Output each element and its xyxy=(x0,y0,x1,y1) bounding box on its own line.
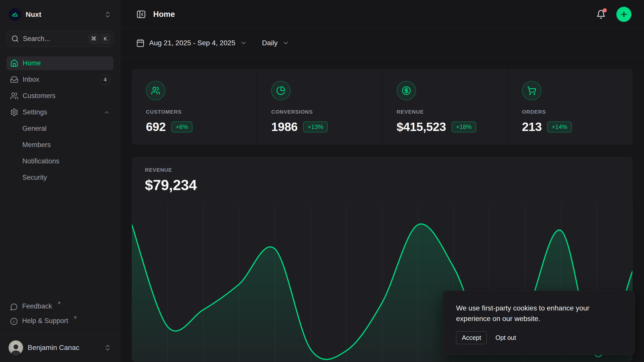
stat-label: CONVERSIONS xyxy=(271,109,368,115)
sidebar: Nuxt Search... ⌘ K Home xyxy=(0,0,120,362)
shopping-cart-icon xyxy=(522,81,541,100)
kbd-k: K xyxy=(101,34,110,43)
nuxt-logo xyxy=(9,8,21,21)
circle-dollar-icon xyxy=(397,81,416,100)
feedback-link[interactable]: Feedback xyxy=(7,300,113,315)
stat-label: CUSTOMERS xyxy=(146,109,243,115)
sidebar-item-inbox[interactable]: Inbox 4 xyxy=(7,73,113,86)
sidebar-spacer xyxy=(7,185,113,300)
header-actions xyxy=(596,7,631,22)
inbox-count-badge: 4 xyxy=(100,75,110,84)
page-title: Home xyxy=(153,10,175,19)
users-icon xyxy=(146,81,165,100)
revenue-chart-total: $79,234 xyxy=(145,176,620,193)
chevron-down-icon xyxy=(240,39,247,47)
add-button[interactable] xyxy=(616,7,631,22)
date-range-value: Aug 21, 2025 - Sep 4, 2025 xyxy=(149,39,235,47)
user-menu[interactable]: Benjamin Canac xyxy=(7,339,113,356)
search-shortcut: ⌘ K xyxy=(89,34,110,43)
stat-value: 1986 xyxy=(271,120,298,134)
sidebar-item-label: Home xyxy=(23,59,41,67)
help-support-label: Help & Support xyxy=(22,317,68,325)
cookie-banner: We use first-party cookies to enhance yo… xyxy=(443,291,635,355)
stat-value: 692 xyxy=(146,120,166,134)
stats-row: CUSTOMERS 692 +6% CONVERSIONS 1986 +13% xyxy=(132,69,633,145)
stat-card-customers[interactable]: CUSTOMERS 692 +6% xyxy=(132,69,257,145)
optout-cookies-button[interactable]: Opt out xyxy=(495,334,516,341)
stat-delta-badge: +14% xyxy=(547,121,572,132)
sidebar-subitem-security[interactable]: Security xyxy=(7,171,113,185)
notification-dot xyxy=(603,8,607,12)
search-icon xyxy=(11,35,19,42)
users-icon xyxy=(10,92,18,100)
sidebar-item-label: Inbox xyxy=(23,76,39,83)
sidebar-item-settings[interactable]: Settings xyxy=(7,105,113,119)
stat-delta-badge: +18% xyxy=(452,121,476,132)
granularity-select[interactable]: Daily xyxy=(262,39,289,47)
stat-value: $415,523 xyxy=(397,120,446,134)
collapse-sidebar-button[interactable] xyxy=(136,9,146,19)
stat-delta-badge: +6% xyxy=(171,121,193,132)
message-bubble-icon xyxy=(10,303,18,311)
stat-delta-badge: +13% xyxy=(303,121,328,132)
chevrons-up-down-icon xyxy=(104,344,111,351)
stat-card-revenue[interactable]: REVENUE $415,523 +18% xyxy=(383,69,507,145)
chevron-up-icon xyxy=(103,109,110,116)
workspace-name: Nuxt xyxy=(26,11,41,19)
sidebar-nav: Home Inbox 4 Customers xyxy=(7,56,113,185)
pie-chart-icon xyxy=(271,81,291,100)
sidebar-subitem-general[interactable]: General xyxy=(7,122,113,135)
sidebar-item-label: Customers xyxy=(23,92,56,100)
help-support-link[interactable]: Help & Support xyxy=(7,315,113,330)
info-circle-icon xyxy=(10,318,18,325)
feedback-label: Feedback xyxy=(22,302,52,310)
top-header: Home xyxy=(120,0,644,29)
sidebar-item-home[interactable]: Home xyxy=(7,56,113,70)
accept-cookies-button[interactable]: Accept xyxy=(456,331,487,344)
home-icon xyxy=(10,59,18,67)
plus-icon xyxy=(620,10,628,18)
search-placeholder: Search... xyxy=(23,35,50,43)
search-input[interactable]: Search... ⌘ K xyxy=(7,31,113,47)
stat-label: ORDERS xyxy=(522,109,619,115)
stat-card-orders[interactable]: ORDERS 213 +14% xyxy=(508,69,633,145)
cookie-message: We use first-party cookies to enhance yo… xyxy=(456,303,605,324)
sidebar-item-label: Settings xyxy=(23,108,47,116)
date-range-picker[interactable]: Aug 21, 2025 - Sep 4, 2025 xyxy=(136,39,247,47)
gear-icon xyxy=(10,108,18,116)
sidebar-divider xyxy=(0,334,120,334)
stat-label: REVENUE xyxy=(397,109,493,115)
workspace-switcher[interactable]: Nuxt xyxy=(7,7,113,23)
sidebar-subitem-notifications[interactable]: Notifications xyxy=(7,154,113,168)
calendar-icon xyxy=(136,39,145,47)
inbox-icon xyxy=(10,75,18,84)
external-link-icon xyxy=(57,301,61,305)
kbd-meta: ⌘ xyxy=(89,34,99,43)
chevrons-up-down-icon xyxy=(104,11,111,18)
revenue-chart-label: REVENUE xyxy=(145,167,620,173)
stat-value: 213 xyxy=(522,120,542,134)
user-name: Benjamin Canac xyxy=(28,344,79,352)
external-link-icon xyxy=(73,315,77,320)
sidebar-item-customers[interactable]: Customers xyxy=(7,89,113,103)
chevron-down-icon xyxy=(282,39,289,47)
filters-toolbar: Aug 21, 2025 - Sep 4, 2025 Daily xyxy=(120,29,644,58)
sidebar-subitem-members[interactable]: Members xyxy=(7,138,113,152)
user-avatar xyxy=(9,340,23,355)
granularity-value: Daily xyxy=(262,39,278,47)
notifications-button[interactable] xyxy=(596,10,606,19)
stat-card-conversions[interactable]: CONVERSIONS 1986 +13% xyxy=(257,69,382,145)
